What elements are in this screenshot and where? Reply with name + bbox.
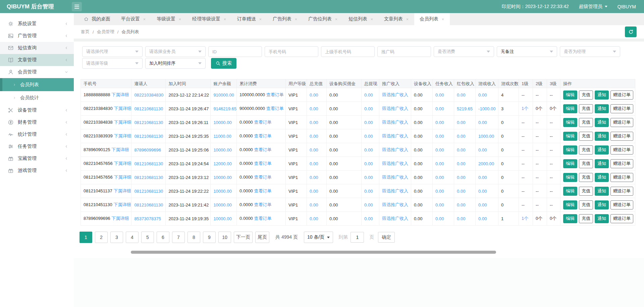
notify-button[interactable]: 通知 xyxy=(595,104,609,113)
notify-button[interactable]: 通知 xyxy=(595,90,609,100)
filter-promo-income-link[interactable]: 筛选推广收入 xyxy=(382,188,408,193)
sidebar-item-finance-management[interactable]: 财务管理 xyxy=(0,116,74,128)
notify-button[interactable]: 通知 xyxy=(595,145,609,155)
recharge-button[interactable]: 充值 xyxy=(579,90,593,100)
subordinate-detail-link[interactable]: 下属详细 xyxy=(114,161,131,166)
close-icon[interactable] xyxy=(441,18,444,21)
close-icon[interactable] xyxy=(178,18,181,21)
page-size-select[interactable]: 10 条/页 xyxy=(304,232,333,243)
breadcrumb-item[interactable]: 会员管理 xyxy=(97,29,114,35)
sidebar-subitem-member-list[interactable]: 会员列表 xyxy=(0,78,74,91)
notify-button[interactable]: 通知 xyxy=(595,214,609,223)
edit-button[interactable]: 编辑 xyxy=(563,159,577,168)
page-button-9[interactable]: 9 xyxy=(203,232,216,243)
notify-button[interactable]: 通知 xyxy=(595,118,609,127)
view-order-link[interactable]: 查看订单 xyxy=(254,147,271,152)
page-button-4[interactable]: 4 xyxy=(126,232,139,243)
subordinate-detail-link[interactable]: 下属详细 xyxy=(113,188,131,193)
recharge-button[interactable]: 充值 xyxy=(579,187,593,196)
page-button-6[interactable]: 6 xyxy=(157,232,169,243)
inviter-link[interactable]: 85373078375 xyxy=(134,216,161,221)
gift-order-button[interactable]: 赠送订单 xyxy=(610,118,633,127)
view-order-link[interactable]: 查看订单 xyxy=(254,202,271,207)
notify-button[interactable]: 通知 xyxy=(595,159,609,168)
close-icon[interactable] xyxy=(223,18,226,21)
filter-promo-income-link[interactable]: 筛选推广收入 xyxy=(382,202,408,207)
level-count[interactable]: 1个 xyxy=(522,216,528,221)
sidebar-item-device-management[interactable]: 设备管理 xyxy=(0,104,74,116)
gift-order-button[interactable]: 赠送订单 xyxy=(610,132,633,141)
remark-select[interactable]: 无备注 xyxy=(497,46,557,57)
edit-button[interactable]: 编辑 xyxy=(563,214,577,223)
sidebar-item-task-management[interactable]: 任务管理 xyxy=(0,140,74,152)
tab-manager-level-settings[interactable]: 经理等级设置 xyxy=(187,13,232,25)
tab-sms-list[interactable]: 短信列表 xyxy=(343,13,379,25)
view-order-link[interactable]: 查看订单 xyxy=(266,92,284,97)
page-button-5[interactable]: 5 xyxy=(141,232,154,243)
inviter-link[interactable]: 082210384830 xyxy=(134,93,163,98)
last-page-button[interactable]: 尾页 xyxy=(255,232,269,243)
page-button-3[interactable]: 3 xyxy=(110,232,123,243)
next-page-button[interactable]: 下一页 xyxy=(234,232,253,243)
refresh-button[interactable] xyxy=(625,26,637,37)
subordinate-detail-link[interactable]: 下属详细 xyxy=(114,133,131,138)
subordinate-detail-link[interactable]: 下属详细 xyxy=(113,202,131,207)
edit-button[interactable]: 编辑 xyxy=(563,104,577,113)
view-order-link[interactable]: 查看订单 xyxy=(254,188,271,193)
sidebar-item-ad-management[interactable]: 广告管理 xyxy=(0,30,74,42)
sidebar-subitem-member-stats[interactable]: 会员统计 xyxy=(0,91,74,104)
filter-promo-income-link[interactable]: 筛选推广收入 xyxy=(382,133,408,138)
filter-promo-income-link[interactable]: 筛选推广收入 xyxy=(382,92,408,97)
view-order-link[interactable]: 查看订单 xyxy=(266,106,284,111)
inviter-link[interactable]: 87896099696 xyxy=(134,147,161,152)
recharge-button[interactable]: 充值 xyxy=(579,214,593,223)
sidebar-item-game-management[interactable]: 游戏管理 xyxy=(0,165,74,177)
subordinate-detail-link[interactable]: 下属详细 xyxy=(111,147,129,152)
close-icon[interactable] xyxy=(143,18,146,21)
edit-button[interactable]: 编辑 xyxy=(563,118,577,127)
goto-page-input[interactable] xyxy=(351,232,364,243)
subordinate-detail-link[interactable]: 下属详细 xyxy=(111,216,129,221)
level-select[interactable]: 请选择等级 xyxy=(82,58,143,69)
close-icon[interactable] xyxy=(406,18,409,21)
filter-promo-income-link[interactable]: 筛选推广收入 xyxy=(382,120,408,125)
inviter-link[interactable]: 081210681130 xyxy=(134,134,163,139)
inviter-link[interactable]: 081210681130 xyxy=(134,161,163,166)
agent-select[interactable]: 请选择代理 xyxy=(82,46,143,57)
recharge-button[interactable]: 充值 xyxy=(579,132,593,141)
parent-phone-input[interactable] xyxy=(321,46,375,57)
recharge-button[interactable]: 充值 xyxy=(579,159,593,168)
join-time-sort-select[interactable]: 加入时间排序 xyxy=(145,58,206,69)
filter-promo-income-link[interactable]: 筛选推广收入 xyxy=(382,216,408,221)
sidebar-item-member-management[interactable]: 会员管理 xyxy=(0,66,74,78)
salesman-select[interactable]: 请选择业务员 xyxy=(145,46,206,57)
id-input[interactable] xyxy=(208,46,262,57)
notify-button[interactable]: 通知 xyxy=(595,173,609,182)
manager-select[interactable]: 是否为经理 xyxy=(560,46,620,57)
tab-order-gift[interactable]: 订单赠送 xyxy=(232,13,267,25)
sidebar-item-stats-management[interactable]: 统计管理 xyxy=(0,128,74,140)
role-dropdown[interactable]: 超级管理员 xyxy=(579,4,607,10)
recharge-button[interactable]: 充值 xyxy=(579,104,593,113)
inviter-link[interactable]: 081210681130 xyxy=(134,175,163,180)
edit-button[interactable]: 编辑 xyxy=(563,132,577,141)
page-button-2[interactable]: 2 xyxy=(95,232,108,243)
close-icon[interactable] xyxy=(370,18,373,21)
close-icon[interactable] xyxy=(294,18,298,21)
subordinate-detail-link[interactable]: 下属详细 xyxy=(114,120,131,125)
view-order-link[interactable]: 查看订单 xyxy=(254,133,271,138)
gift-order-button[interactable]: 赠送订单 xyxy=(610,173,633,182)
notify-button[interactable]: 通知 xyxy=(595,187,609,196)
sidebar-item-treasure-management[interactable]: 宝藏管理 xyxy=(0,152,74,165)
edit-button[interactable]: 编辑 xyxy=(563,187,577,196)
consume-select[interactable]: 是否消费 xyxy=(434,46,494,57)
page-button-10[interactable]: 10 xyxy=(218,232,231,243)
inviter-link[interactable]: 081210681130 xyxy=(134,202,163,207)
breadcrumb-item[interactable]: 首页 xyxy=(81,29,90,35)
level-count[interactable]: 0个 xyxy=(550,216,556,221)
recharge-button[interactable]: 充值 xyxy=(579,173,593,182)
level-count[interactable]: 0个 xyxy=(536,216,542,221)
recharge-button[interactable]: 充值 xyxy=(579,200,593,209)
tab-member-list[interactable]: 会员列表 xyxy=(414,13,450,25)
filter-promo-income-link[interactable]: 筛选推广收入 xyxy=(382,106,408,111)
